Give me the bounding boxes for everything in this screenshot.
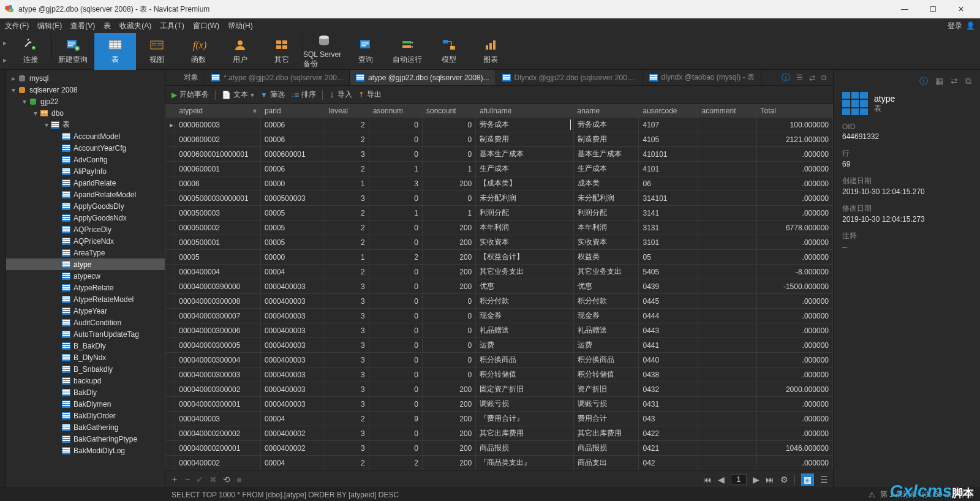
cell-afullname[interactable]: 运费 bbox=[476, 338, 573, 353]
cell-ausercode[interactable]: 043 bbox=[639, 412, 698, 426]
settings-button[interactable]: ⚙ bbox=[780, 475, 788, 484]
cell-total[interactable]: .000000 bbox=[756, 367, 832, 382]
cell-asonnum[interactable]: 0 bbox=[369, 220, 422, 235]
cell-asonnum[interactable]: 0 bbox=[369, 397, 422, 412]
cell-acomment[interactable] bbox=[698, 426, 756, 441]
cell-soncount[interactable]: 200 bbox=[422, 279, 475, 294]
cell-ausercode[interactable]: 4107 bbox=[639, 118, 698, 132]
cell-total[interactable]: -1500.000000 bbox=[756, 279, 832, 294]
cell-afullname[interactable]: 商品报损 bbox=[476, 441, 573, 456]
cell-total[interactable]: .000000 bbox=[756, 338, 832, 353]
cell-aname[interactable]: 优惠 bbox=[573, 279, 639, 294]
cell-soncount[interactable]: 0 bbox=[422, 353, 475, 367]
cell-leveal[interactable]: 3 bbox=[325, 367, 369, 382]
cell-parid[interactable]: 0000600001 bbox=[260, 147, 325, 162]
cell-soncount[interactable]: 0 bbox=[422, 147, 475, 162]
tabbar-rel-icon[interactable]: ⇄ bbox=[809, 73, 815, 82]
cell-atypeid[interactable]: 00005000030000001 bbox=[175, 191, 261, 206]
cell-atypeid[interactable]: 000040000390000 bbox=[175, 279, 261, 294]
table-row[interactable]: 000040000300002000040000330200固定资产折旧资产折旧… bbox=[166, 382, 833, 397]
cell-atypeid[interactable]: 0000600003 bbox=[175, 118, 261, 132]
cell-aname[interactable]: 积分换商品 bbox=[573, 353, 639, 367]
tree-table-backupd[interactable]: backupd bbox=[6, 375, 165, 386]
table-row[interactable]: 000050000012200【权益合计】权益类05.000000 bbox=[166, 250, 833, 265]
tree-table-AutoTranUpdateTag[interactable]: AutoTranUpdateTag bbox=[6, 328, 165, 340]
cell-total[interactable]: 1046.000000 bbox=[756, 441, 832, 456]
cell-parid[interactable]: 0000400003 bbox=[260, 338, 325, 353]
cell-total[interactable]: .000000 bbox=[756, 309, 832, 323]
cell-aname[interactable]: 商品报损 bbox=[573, 441, 639, 456]
tree-table-atype[interactable]: atype bbox=[6, 258, 165, 270]
cell-soncount[interactable]: 200 bbox=[422, 412, 475, 426]
cell-aname[interactable]: 实收资本 bbox=[573, 235, 639, 250]
cell-asonnum[interactable]: 0 bbox=[369, 426, 422, 441]
cell-aname[interactable]: 资产折旧 bbox=[573, 382, 639, 397]
cell-parid[interactable]: 00004 bbox=[260, 456, 325, 470]
cell-acomment[interactable] bbox=[698, 176, 756, 191]
cell-afullname[interactable]: 实收资本 bbox=[476, 235, 573, 250]
cell-asonnum[interactable]: 2 bbox=[369, 250, 422, 265]
cell-aname[interactable]: 未分配利润 bbox=[573, 191, 639, 206]
grid-view-button[interactable]: ▦ bbox=[801, 473, 814, 486]
cell-afullname[interactable]: 积分付款 bbox=[476, 294, 573, 309]
cell-aname[interactable]: 成本类 bbox=[573, 176, 639, 191]
table-row[interactable]: 000060000013200【成本类】成本类06.000000 bbox=[166, 176, 833, 191]
column-header[interactable]: Total bbox=[756, 105, 832, 118]
tabbar-info-icon[interactable]: ⓘ bbox=[782, 72, 790, 83]
cell-soncount[interactable]: 200 bbox=[422, 176, 475, 191]
table-row[interactable]: 0000400003000050000400003300运费运费0441.000… bbox=[166, 338, 833, 353]
cell-leveal[interactable]: 2 bbox=[325, 412, 369, 426]
cell-afullname[interactable]: 生产成本 bbox=[476, 162, 573, 176]
tree-table-AccountYearCfg[interactable]: AccountYearCfg bbox=[6, 142, 165, 154]
cell-ausercode[interactable]: 4101 bbox=[639, 162, 698, 176]
next-record-button[interactable]: ▶ bbox=[753, 475, 760, 484]
cell-ausercode[interactable]: 0443 bbox=[639, 323, 698, 338]
cell-afullname[interactable]: 制造费用 bbox=[476, 132, 573, 147]
cell-aname[interactable]: 制造费用 bbox=[573, 132, 639, 147]
cell-acomment[interactable] bbox=[698, 132, 756, 147]
column-header[interactable]: atypeid▾ bbox=[175, 105, 261, 118]
cell-atypeid[interactable]: 000040000300007 bbox=[175, 309, 261, 323]
cell-acomment[interactable] bbox=[698, 397, 756, 412]
cell-total[interactable]: .000000 bbox=[756, 206, 832, 220]
cell-total[interactable]: .000000 bbox=[756, 294, 832, 309]
panel-icon-grid[interactable]: ▦ bbox=[935, 76, 943, 87]
table-row[interactable]: 0000400003000070000400003300现金券现金券0444.0… bbox=[166, 309, 833, 323]
stop-button[interactable]: ■ bbox=[236, 475, 241, 484]
cell-atypeid[interactable]: 000040000200002 bbox=[175, 426, 261, 441]
cell-ausercode[interactable]: 410101 bbox=[639, 147, 698, 162]
cell-soncount[interactable]: 0 bbox=[422, 309, 475, 323]
cell-total[interactable]: 2000.000000 bbox=[756, 382, 832, 397]
cell-afullname[interactable]: 利润分配 bbox=[476, 206, 573, 220]
cell-leveal[interactable]: 2 bbox=[325, 456, 369, 470]
cell-parid[interactable]: 00005 bbox=[260, 220, 325, 235]
panel-icon-relation[interactable]: ⇄ bbox=[951, 76, 958, 87]
cell-acomment[interactable] bbox=[698, 294, 756, 309]
cell-afullname[interactable]: 固定资产折旧 bbox=[476, 382, 573, 397]
cell-atypeid[interactable]: 0000400003 bbox=[175, 412, 261, 426]
add-row-button[interactable]: ＋ bbox=[170, 474, 179, 485]
cell-soncount[interactable]: 200 bbox=[422, 441, 475, 456]
cell-asonnum[interactable]: 9 bbox=[369, 412, 422, 426]
cell-total[interactable]: .000000 bbox=[756, 162, 832, 176]
cell-asonnum[interactable]: 0 bbox=[369, 279, 422, 294]
menu-fav[interactable]: 收藏夹(A) bbox=[119, 21, 151, 31]
ribbon-backup-button[interactable]: SQL Server 备份 bbox=[303, 33, 345, 70]
cell-soncount[interactable]: 0 bbox=[422, 118, 475, 132]
menu-file[interactable]: 文件(F) bbox=[5, 21, 29, 31]
import-button[interactable]: ⤓导入 bbox=[329, 89, 352, 100]
panel-icon-ddl[interactable]: ⧉ bbox=[965, 76, 971, 87]
cell-parid[interactable]: 00006 bbox=[260, 162, 325, 176]
cell-asonnum[interactable]: 0 bbox=[369, 382, 422, 397]
table-row[interactable]: 000060000200006200制造费用制造费用41052121.00000… bbox=[166, 132, 833, 147]
cell-atypeid[interactable]: 000040000300002 bbox=[175, 382, 261, 397]
cancel-edit-button[interactable]: ✖ bbox=[209, 475, 217, 484]
ribbon-auto-button[interactable]: 自动运行 bbox=[386, 33, 428, 70]
cell-atypeid[interactable]: 000040000300003 bbox=[175, 367, 261, 382]
cell-leveal[interactable]: 1 bbox=[325, 250, 369, 265]
cell-soncount[interactable]: 200 bbox=[422, 265, 475, 279]
cell-soncount[interactable]: 200 bbox=[422, 250, 475, 265]
cell-afullname[interactable]: 现金券 bbox=[476, 309, 573, 323]
column-header[interactable]: parid bbox=[260, 105, 325, 118]
filter-button[interactable]: ▼筛选 bbox=[260, 89, 285, 100]
